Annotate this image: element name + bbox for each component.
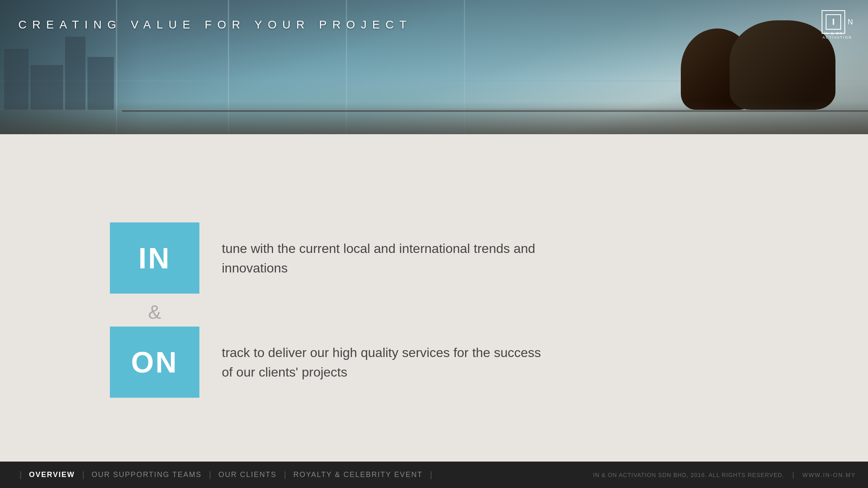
- building-1: [4, 49, 28, 110]
- nav-pipe-right: |: [792, 471, 794, 479]
- ampersand-row: &: [110, 301, 868, 323]
- nav-left: | OVERVIEW | OUR SUPPORTING TEAMS | OUR …: [12, 470, 439, 479]
- nav-pipe-3: |: [209, 470, 211, 479]
- in-row: IN tune with the current local and inter…: [110, 222, 868, 294]
- logo-i: I: [832, 17, 835, 27]
- ampersand-symbol: &: [148, 301, 161, 323]
- nav-pipe-4: |: [284, 470, 286, 479]
- in-block: IN: [110, 222, 199, 294]
- nav-overview[interactable]: OVERVIEW: [29, 471, 75, 479]
- bottom-nav: | OVERVIEW | OUR SUPPORTING TEAMS | OUR …: [0, 462, 868, 488]
- nav-pipe-2: |: [82, 470, 84, 479]
- nav-royalty[interactable]: ROYALTY & CELEBRITY EVENT: [293, 471, 423, 479]
- hero-section: CREATING VALUE FOR YOUR PROJECT I IN & O…: [0, 0, 868, 134]
- hero-floor: [0, 102, 868, 134]
- building-3: [65, 37, 85, 110]
- on-row: ON track to deliver our high quality ser…: [110, 327, 868, 398]
- nav-website: WWW.IN-ON.MY: [802, 472, 856, 478]
- main-content: IN tune with the current local and inter…: [0, 134, 868, 462]
- on-text: track to deliver our high quality servic…: [222, 343, 547, 382]
- on-label: ON: [131, 346, 178, 379]
- logo-on: N: [848, 18, 854, 26]
- nav-supporting-teams[interactable]: OUR SUPPORTING TEAMS: [92, 471, 201, 479]
- logo-box: I IN & ON ACTIVATION: [822, 10, 845, 34]
- nav-right: IN & ON ACTIVATION SDN BHD, 2016. ALL RI…: [593, 471, 856, 479]
- chair-back-right: [730, 20, 835, 110]
- nav-copyright: IN & ON ACTIVATION SDN BHD, 2016. ALL RI…: [593, 472, 784, 478]
- hero-title: CREATING VALUE FOR YOUR PROJECT: [18, 18, 412, 31]
- logo-box-inner: I: [826, 14, 841, 30]
- nav-pipe-5: |: [430, 470, 432, 479]
- logo-tagline: IN & ON ACTIVATION: [822, 31, 844, 39]
- nav-our-clients[interactable]: OUR CLIENTS: [219, 471, 277, 479]
- ampersand-container: &: [110, 301, 199, 323]
- logo-container: I IN & ON ACTIVATION N: [822, 10, 854, 34]
- nav-pipe-1: |: [20, 470, 22, 479]
- on-block: ON: [110, 327, 199, 398]
- in-label: IN: [138, 242, 171, 275]
- in-text: tune with the current local and internat…: [222, 239, 547, 278]
